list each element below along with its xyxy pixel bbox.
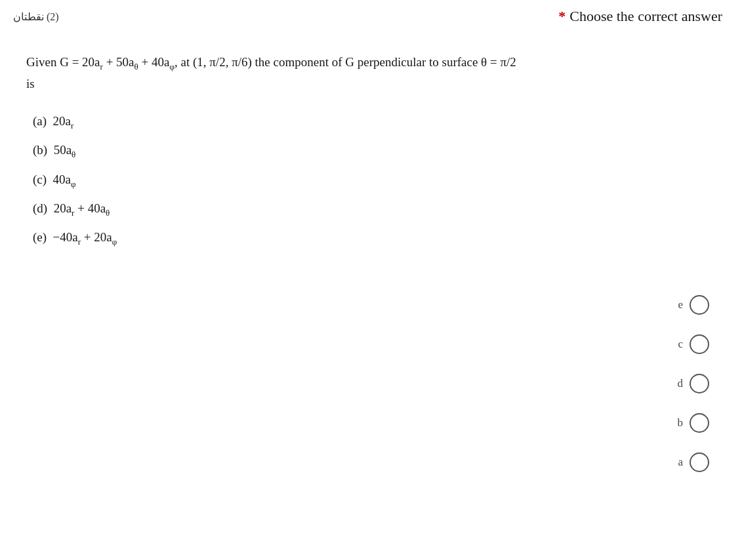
answer-buttons-panel: e c d b a [672,295,709,472]
question-title: Choose the correct answer [569,8,722,25]
option-d: (d) 20ar + 40aθ [33,199,716,219]
radio-b[interactable] [690,413,709,433]
answer-row-c: c [672,334,709,354]
answer-row-a: a [672,452,709,472]
label-b: b [672,416,683,430]
header: (2) نقطتان * Choose the correct answer [0,0,742,33]
label-d: d [672,377,683,390]
label-e: e [672,298,683,311]
radio-e[interactable] [690,295,709,315]
answer-row-e: e [672,295,709,315]
points-label: (2) نقطتان [13,10,59,23]
content-area: Given G = 20ar + 50aθ + 40aφ, at (1, π/2… [0,33,742,270]
radio-a[interactable] [690,452,709,472]
asterisk: * [558,8,566,25]
option-c: (c) 40aφ [33,170,716,190]
label-a: a [672,456,683,469]
question-title-area: * Choose the correct answer [558,8,722,25]
question-text: Given G = 20ar + 50aθ + 40aφ, at (1, π/2… [26,52,518,94]
options-list: (a) 20ar (b) 50aθ (c) 40aφ (d) 20ar + 40… [33,112,716,248]
answer-row-b: b [672,413,709,433]
radio-d[interactable] [690,374,709,393]
option-e: (e) −40ar + 20aφ [33,228,716,248]
answer-row-d: d [672,374,709,393]
label-c: c [672,338,683,351]
option-b: (b) 50aθ [33,141,716,161]
radio-c[interactable] [690,334,709,354]
option-a: (a) 20ar [33,112,716,132]
